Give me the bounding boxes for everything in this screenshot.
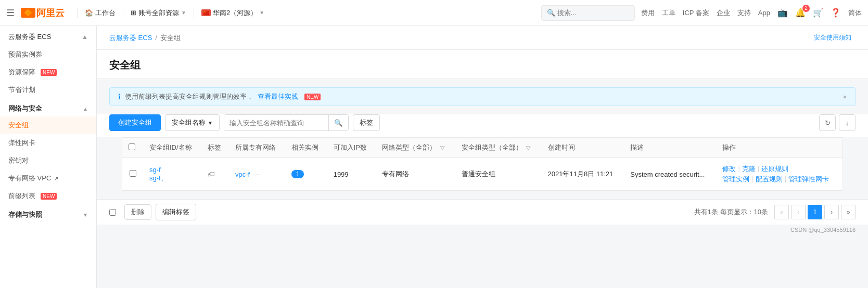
- tag-filter-btn[interactable]: 标签: [353, 114, 380, 131]
- nav-region[interactable]: 🇨🇳 华南2（河源） ▼: [196, 8, 270, 18]
- row-network-type: 专有网络: [376, 158, 455, 191]
- refresh-btn[interactable]: ↻: [819, 114, 836, 131]
- header-id-name: 安全组ID/名称: [143, 138, 201, 158]
- table-body: sg-f sg-f、 🏷 vpc-f —: [122, 158, 843, 191]
- pagination-prev[interactable]: ‹: [791, 205, 806, 219]
- breadcrumb-ecs[interactable]: 云服务器 ECS: [109, 33, 152, 43]
- header-created-time: 创建时间: [542, 138, 624, 158]
- action-config-rules[interactable]: 配置规则: [756, 175, 783, 184]
- delete-btn[interactable]: 删除: [124, 204, 151, 220]
- action-links: 修改 | 克隆 | 还原规则: [722, 164, 836, 174]
- sidebar: 云服务器 ECS ▲ 预留实例券 资源保障 NEW 节省计划 网络与安全 ▲ 安…: [0, 26, 97, 288]
- nav-action-video[interactable]: 📺: [777, 8, 788, 18]
- select-all-checkbox[interactable]: [129, 143, 135, 150]
- header-network-type: 网络类型（全部） ▽: [376, 138, 455, 158]
- nav-actions: 费用 工单 ICP 备案 企业 支持 App 📺 🔔 2 🛒 ❓ 简体: [641, 8, 862, 18]
- row-ip-count: 1999: [327, 158, 376, 191]
- new-badge-resource: NEW: [41, 69, 57, 76]
- download-btn[interactable]: ↓: [839, 114, 856, 131]
- sidebar-product-title: 云服务器 ECS ▲: [0, 26, 96, 46]
- download-icon: ↓: [846, 119, 849, 127]
- breadcrumb: 云服务器 ECS / 安全组 安全使用须知: [97, 26, 868, 50]
- row-actions: 修改 | 克隆 | 还原规则 管理实例 |: [716, 158, 843, 191]
- header-actions: 操作: [716, 138, 843, 158]
- action-manage-nic[interactable]: 管理弹性网卡: [788, 175, 829, 184]
- action-sep-3: |: [751, 175, 753, 184]
- nav-action-help[interactable]: ❓: [831, 8, 841, 18]
- search-box[interactable]: 🔍: [541, 5, 635, 21]
- security-group-search-input[interactable]: [224, 115, 328, 130]
- sidebar-group-network[interactable]: 网络与安全 ▲: [0, 99, 96, 116]
- filter-chevron-icon: ▼: [208, 120, 213, 126]
- pagination-next[interactable]: ›: [824, 205, 839, 219]
- row-sg-id[interactable]: sg-f: [149, 166, 161, 174]
- action-sep-4: |: [785, 175, 786, 184]
- search-filter-btn[interactable]: 🔍: [328, 115, 348, 130]
- row-description: System created securit...: [624, 158, 716, 191]
- row-vpc: vpc-f —: [229, 158, 285, 191]
- action-restore[interactable]: 还原规则: [761, 164, 788, 174]
- top-nav: ☰ 🔶 阿里云 🏠 工作台 ⊞ 账号全部资源 ▼ 🇨🇳 华南2（河源） ▼ 🔍 …: [0, 0, 868, 26]
- nav-action-support[interactable]: 支持: [737, 8, 751, 18]
- action-links-2: 管理实例 | 配置规则 | 管理弹性网卡: [722, 175, 836, 184]
- row-instance-count[interactable]: 1: [291, 170, 304, 178]
- sidebar-item-vpc[interactable]: 专有网络 VPC ↗: [0, 169, 96, 187]
- security-type-filter-icon[interactable]: ▽: [526, 145, 530, 151]
- top-right-hint[interactable]: 安全使用须知: [810, 31, 856, 44]
- sidebar-item-prefix-list[interactable]: 前缀列表 NEW: [0, 187, 96, 205]
- pagination-first[interactable]: «: [774, 205, 789, 219]
- sidebar-item-resource[interactable]: 资源保障 NEW: [0, 63, 96, 81]
- create-security-group-btn[interactable]: 创建安全组: [109, 114, 161, 131]
- security-group-table: 安全组ID/名称 标签 所属专有网络 相关实例: [122, 138, 843, 190]
- sidebar-group-storage[interactable]: 存储与快照 ▼: [0, 205, 96, 222]
- sidebar-item-keypair[interactable]: 密钥对: [0, 152, 96, 169]
- toolbar-right: ↻ ↓: [819, 114, 856, 131]
- search-input[interactable]: [557, 9, 630, 17]
- page-title: 安全组: [109, 58, 856, 72]
- nav-action-cart[interactable]: 🛒: [813, 8, 823, 18]
- nav-action-lang[interactable]: 简体: [848, 8, 862, 18]
- main-content: 云服务器 ECS / 安全组 安全使用须知 安全组 ℹ 使用前缀列表提高安全组规…: [97, 26, 868, 288]
- nav-action-enterprise[interactable]: 企业: [717, 8, 730, 18]
- new-badge-prefix: NEW: [41, 193, 57, 200]
- filter-dropdown-btn[interactable]: 安全组名称 ▼: [165, 114, 220, 131]
- sidebar-item-savings[interactable]: 节省计划: [0, 81, 96, 99]
- nav-action-ticket[interactable]: 工单: [662, 8, 675, 18]
- nav-action-icp[interactable]: ICP 备案: [683, 8, 709, 18]
- search-filter[interactable]: 🔍: [224, 114, 349, 131]
- pagination-last[interactable]: »: [841, 205, 856, 219]
- group-collapse-icon: ▲: [83, 106, 88, 112]
- nav-account-resources[interactable]: ⊞ 账号全部资源 ▼: [125, 8, 192, 18]
- edit-tags-btn[interactable]: 编辑标签: [156, 204, 196, 220]
- action-manage-instance[interactable]: 管理实例: [722, 175, 749, 184]
- refresh-icon: ↻: [825, 119, 831, 127]
- logo: 🔶 阿里云: [21, 7, 65, 19]
- sidebar-item-security-group[interactable]: 安全组: [0, 116, 96, 134]
- row-checkbox[interactable]: [130, 170, 136, 177]
- nav-divider-3: [194, 8, 194, 18]
- nav-action-fee[interactable]: 费用: [641, 8, 655, 18]
- hamburger-icon[interactable]: ☰: [6, 7, 15, 19]
- row-vpc-link[interactable]: vpc-f: [235, 171, 250, 178]
- pagination-info: 共有1条 每页显示：10条: [694, 207, 768, 217]
- action-modify[interactable]: 修改: [722, 164, 736, 174]
- info-close-btn[interactable]: ×: [843, 93, 847, 101]
- tag-icon[interactable]: 🏷: [208, 170, 215, 178]
- action-sep-1: |: [738, 164, 739, 174]
- nav-action-app[interactable]: App: [758, 9, 770, 17]
- action-sep-2: |: [758, 164, 759, 174]
- sidebar-item-elastic-nic[interactable]: 弹性网卡: [0, 134, 96, 152]
- sidebar-collapse-btn[interactable]: ▲: [82, 33, 88, 41]
- pagination-page-1[interactable]: 1: [808, 205, 822, 219]
- notification-wrapper[interactable]: 🔔 2: [795, 8, 806, 18]
- nav-workbench[interactable]: 🏠 工作台: [80, 8, 121, 18]
- sidebar-item-reserved[interactable]: 预留实例券: [0, 46, 96, 63]
- action-clone[interactable]: 克隆: [742, 164, 756, 174]
- toolbar: 创建安全组 安全组名称 ▼ 🔍 标签 ↻ ↓: [97, 114, 868, 137]
- info-link[interactable]: 查看最佳实践: [258, 92, 298, 101]
- page-header: 安全组: [97, 50, 868, 79]
- bottom-select-all[interactable]: [109, 209, 116, 216]
- network-filter-icon[interactable]: ▽: [440, 145, 444, 151]
- info-icon: ℹ: [118, 93, 121, 101]
- row-sg-name[interactable]: sg-f、: [149, 174, 168, 182]
